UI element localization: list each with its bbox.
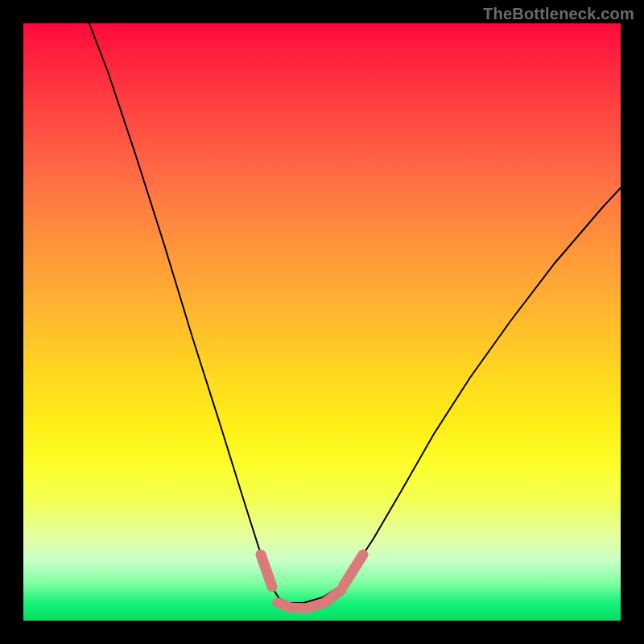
series-pink-bottom-arc [278, 590, 341, 609]
chart-svg [23, 23, 621, 621]
series-pink-left-dash [261, 555, 272, 587]
watermark-text: TheBottleneck.com [483, 5, 634, 23]
series-pink-right-dash [344, 555, 363, 585]
series-group [86, 23, 621, 609]
series-black-curve [86, 23, 621, 603]
chart-frame: TheBottleneck.com [0, 0, 644, 644]
plot-area [23, 23, 621, 621]
